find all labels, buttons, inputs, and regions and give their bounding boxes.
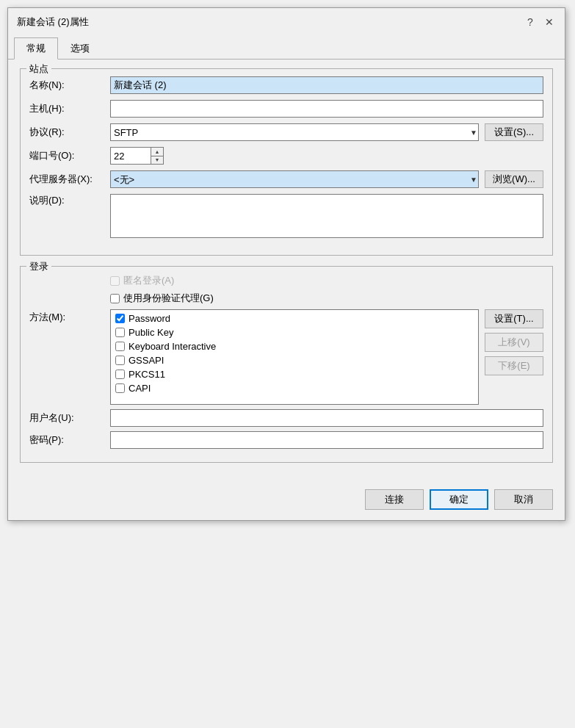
site-group-label: 站点: [26, 62, 51, 76]
method-row: 方法(M): Password Public Key Keyboard I: [29, 309, 543, 405]
name-input[interactable]: [110, 76, 543, 94]
port-label: 端口号(O):: [29, 149, 110, 162]
desc-input[interactable]: [110, 194, 543, 238]
proxy-select[interactable]: <无>: [110, 170, 479, 188]
method-side-buttons: 设置(T)... 上移(V) 下移(E): [485, 309, 543, 375]
help-button[interactable]: ?: [522, 14, 538, 30]
host-input[interactable]: [110, 100, 543, 118]
password-row: 密码(P):: [29, 431, 543, 449]
login-group-content: 匿名登录(A) 使用身份验证代理(G) 方法(M): Password: [29, 274, 543, 449]
method-public-key-label: Public Key: [129, 327, 173, 338]
proxy-select-wrapper: <无> ▼: [110, 170, 479, 188]
method-label: 方法(M):: [29, 309, 110, 324]
host-row: 主机(H):: [29, 100, 543, 118]
site-group: 站点 名称(N): 主机(H): 协: [20, 68, 553, 256]
method-item-password: Password: [115, 313, 474, 324]
settings-method-button[interactable]: 设置(T)...: [485, 309, 543, 328]
proxy-row: 代理服务器(X): <无> ▼ 浏览(W)...: [29, 170, 543, 188]
cancel-button[interactable]: 取消: [494, 489, 553, 510]
method-keyboard-checkbox[interactable]: [115, 342, 125, 351]
method-gssapi-label: GSSAPI: [129, 355, 164, 366]
dialog-title: 新建会话 (2)属性: [17, 15, 89, 29]
method-item-keyboard: Keyboard Interactive: [115, 341, 474, 352]
move-up-button[interactable]: 上移(V): [485, 333, 543, 352]
method-pkcs11-label: PKCS11: [129, 369, 165, 380]
port-spinbox: ▲ ▼: [110, 147, 169, 165]
anon-login-label: 匿名登录(A): [123, 274, 174, 287]
move-down-button[interactable]: 下移(E): [485, 356, 543, 375]
title-bar: 新建会话 (2)属性 ? ✕: [8, 8, 565, 35]
tab-options[interactable]: 选项: [58, 37, 102, 60]
password-label: 密码(P):: [29, 433, 110, 447]
desc-label: 说明(D):: [29, 194, 110, 207]
ok-button[interactable]: 确定: [430, 489, 488, 510]
port-down-button[interactable]: ▼: [151, 156, 163, 165]
tab-bar: 常规 选项: [8, 37, 565, 60]
password-control: [110, 431, 543, 449]
method-password-label: Password: [129, 313, 170, 324]
login-group-label: 登录: [26, 260, 51, 273]
protocol-control: SFTP FTP SCP WebDAV ▼ 设置(S)...: [110, 123, 543, 141]
method-capi-checkbox[interactable]: [115, 383, 125, 393]
proxy-label: 代理服务器(X):: [29, 173, 110, 186]
dialog-body: 站点 名称(N): 主机(H): 协: [8, 60, 565, 482]
port-up-button[interactable]: ▲: [151, 148, 163, 156]
port-spin-buttons: ▲ ▼: [151, 147, 164, 165]
method-list-box: Password Public Key Keyboard Interactive: [110, 309, 479, 405]
dialog: 新建会话 (2)属性 ? ✕ 常规 选项 站点 名称(N):: [7, 7, 565, 521]
desc-control: [110, 194, 543, 240]
port-control: ▲ ▼: [110, 147, 543, 165]
anon-login-checkbox[interactable]: [110, 276, 120, 286]
username-control: [110, 409, 543, 427]
host-control: [110, 100, 543, 118]
name-row: 名称(N):: [29, 76, 543, 94]
use-agent-checkbox[interactable]: [110, 294, 120, 303]
protocol-select[interactable]: SFTP FTP SCP WebDAV: [110, 123, 479, 141]
method-pkcs11-checkbox[interactable]: [115, 370, 125, 379]
use-agent-row: 使用身份验证代理(G): [29, 292, 543, 305]
method-keyboard-label: Keyboard Interactive: [129, 341, 216, 352]
method-item-gssapi: GSSAPI: [115, 355, 474, 366]
dialog-footer: 连接 确定 取消: [8, 482, 565, 520]
host-label: 主机(H):: [29, 102, 110, 115]
username-label: 用户名(U):: [29, 411, 110, 425]
protocol-row: 协议(R): SFTP FTP SCP WebDAV ▼ 设置(S)...: [29, 123, 543, 141]
protocol-label: 协议(R):: [29, 126, 110, 139]
method-gssapi-checkbox[interactable]: [115, 356, 125, 365]
anon-login-row: 匿名登录(A): [29, 274, 543, 287]
connect-button[interactable]: 连接: [365, 489, 424, 510]
method-public-key-checkbox[interactable]: [115, 328, 125, 337]
site-group-content: 名称(N): 主机(H): 协议(R):: [29, 76, 543, 240]
username-input[interactable]: [110, 409, 543, 427]
method-password-checkbox[interactable]: [115, 314, 125, 323]
title-bar-buttons: ? ✕: [522, 14, 557, 30]
method-item-capi: CAPI: [115, 383, 474, 394]
proxy-control: <无> ▼ 浏览(W)...: [110, 170, 543, 188]
port-input[interactable]: [110, 147, 151, 165]
username-row: 用户名(U):: [29, 409, 543, 427]
protocol-select-wrapper: SFTP FTP SCP WebDAV ▼: [110, 123, 479, 141]
name-control: [110, 76, 543, 94]
method-item-public-key: Public Key: [115, 327, 474, 338]
desc-row: 说明(D):: [29, 194, 543, 240]
name-label: 名称(N):: [29, 79, 110, 92]
port-row: 端口号(O): ▲ ▼: [29, 147, 543, 165]
method-item-pkcs11: PKCS11: [115, 369, 474, 380]
use-agent-label: 使用身份验证代理(G): [123, 292, 214, 305]
settings-button[interactable]: 设置(S)...: [485, 123, 543, 141]
close-button[interactable]: ✕: [541, 14, 557, 30]
login-group: 登录 匿名登录(A) 使用身份验证代理(G) 方法(M):: [20, 266, 553, 463]
browse-button[interactable]: 浏览(W)...: [485, 170, 543, 188]
password-input[interactable]: [110, 431, 543, 449]
tab-general[interactable]: 常规: [14, 37, 58, 60]
method-capi-label: CAPI: [129, 383, 151, 394]
